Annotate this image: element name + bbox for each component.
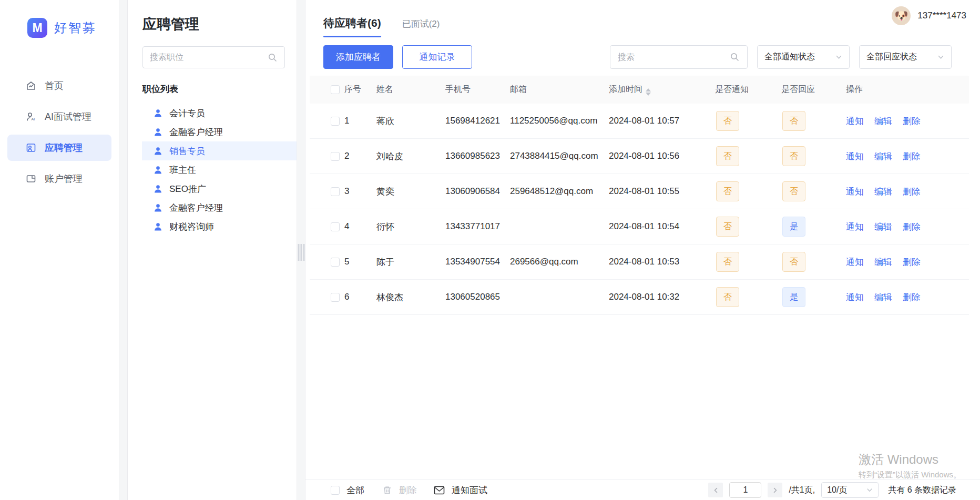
reply-status-value: 全部回应状态: [866, 52, 917, 63]
cell-email: 269566@qq.com: [510, 257, 609, 267]
user-box[interactable]: 🐶 137****1473: [892, 6, 966, 25]
user-phone: 137****1473: [917, 11, 966, 21]
row-actions: 通知 编辑 删除: [846, 150, 969, 162]
edit-link[interactable]: 编辑: [874, 291, 892, 303]
row-checkbox[interactable]: [331, 293, 340, 302]
job-item[interactable]: 财税咨询师: [142, 217, 297, 236]
sidebar-item-label: 账户管理: [45, 172, 83, 185]
row-checkbox[interactable]: [331, 117, 340, 126]
replied-badge: 是: [782, 217, 805, 237]
job-item-label: SEO推广: [169, 183, 206, 195]
edit-link[interactable]: 编辑: [874, 221, 892, 233]
notify-link[interactable]: 通知: [846, 150, 864, 162]
reply-status-select[interactable]: 全部回应状态: [859, 45, 952, 69]
cell-name: 衍怀: [376, 221, 445, 233]
sidebar-item-account[interactable]: 账户管理: [7, 166, 111, 192]
row-checkbox[interactable]: [331, 152, 340, 161]
tab-pending-candidates[interactable]: 待应聘者(6): [323, 16, 381, 30]
notify-status-select[interactable]: 全部通知状态: [757, 45, 850, 69]
sidebar-item-label: AI面试管理: [45, 110, 91, 123]
job-search-box[interactable]: [142, 46, 285, 68]
footer-select-all-checkbox[interactable]: [331, 486, 340, 495]
notified-badge: 否: [716, 287, 739, 307]
cell-name: 蒋欣: [376, 115, 445, 127]
replied-badge: 是: [782, 287, 805, 307]
notify-link[interactable]: 通知: [846, 115, 864, 127]
notify-link[interactable]: 通知: [846, 291, 864, 303]
notified-badge: 否: [716, 181, 739, 201]
candidate-table: 序号 姓名 手机号 邮箱 添加时间 是否通知 是否回应 操作 1 蒋欣: [310, 76, 969, 315]
bulk-delete-button[interactable]: 删除: [382, 484, 417, 496]
envelope-icon: [434, 486, 445, 495]
delete-link[interactable]: 删除: [903, 150, 921, 162]
next-page-button[interactable]: [768, 483, 782, 497]
cell-time: 2024-08-01 10:56: [609, 151, 715, 161]
sidebar-item-ai-interview[interactable]: AI AI面试管理: [7, 104, 111, 130]
delete-link[interactable]: 删除: [903, 186, 921, 198]
job-item[interactable]: 金融客户经理: [142, 123, 297, 141]
notify-interview-label: 通知面试: [452, 484, 487, 496]
cell-phone: 13433771017: [445, 221, 510, 232]
replied-badge: 否: [782, 111, 805, 131]
cell-time: 2024-08-01 10:55: [609, 186, 715, 197]
cell-no: 1: [344, 116, 376, 126]
job-item[interactable]: 金融客户经理: [142, 198, 297, 217]
candidate-search-input[interactable]: [618, 53, 730, 62]
table-row: 4 衍怀 13433771017 2024-08-01 10:54 否 是 通知…: [310, 209, 969, 244]
row-checkbox[interactable]: [331, 258, 340, 267]
row-checkbox[interactable]: [331, 187, 340, 196]
notify-link[interactable]: 通知: [846, 186, 864, 198]
edit-link[interactable]: 编辑: [874, 150, 892, 162]
person-icon: [154, 222, 162, 231]
trash-icon: [382, 485, 392, 495]
add-candidate-button[interactable]: 添加应聘者: [323, 45, 393, 69]
sidebar: M 好智募 首页 AI: [0, 0, 119, 500]
app-window: M 好智募 首页 AI: [0, 0, 980, 500]
sidebar-item-home[interactable]: 首页: [7, 73, 111, 99]
delete-link[interactable]: 删除: [903, 221, 921, 233]
column-header-replied: 是否回应: [781, 84, 846, 95]
sidebar-nav: 首页 AI AI面试管理: [0, 73, 119, 192]
tab-interviewed[interactable]: 已面试(2): [402, 18, 440, 30]
brand-name: 好智募: [54, 19, 97, 36]
edit-link[interactable]: 编辑: [874, 115, 892, 127]
panel-resize-handle[interactable]: [298, 244, 304, 261]
replied-badge: 否: [782, 252, 805, 272]
notify-link[interactable]: 通知: [846, 221, 864, 233]
page-size-select[interactable]: 10/页: [821, 482, 879, 498]
job-item[interactable]: SEO推广: [142, 179, 297, 198]
delete-link[interactable]: 删除: [903, 115, 921, 127]
sort-icon[interactable]: [646, 88, 651, 96]
edit-link[interactable]: 编辑: [874, 256, 892, 268]
select-all-checkbox[interactable]: [331, 85, 340, 94]
job-search-input[interactable]: [150, 53, 268, 62]
delete-link[interactable]: 删除: [903, 256, 921, 268]
column-header-time[interactable]: 添加时间: [609, 84, 715, 96]
person-icon: [154, 109, 162, 118]
cell-no: 4: [344, 221, 376, 232]
column-header-no: 序号: [344, 84, 376, 95]
cell-name: 陈于: [376, 256, 445, 268]
cell-email: 2743884415@qq.com: [510, 151, 609, 161]
chevron-down-icon: [937, 54, 944, 60]
avatar[interactable]: 🐶: [892, 6, 911, 25]
notify-link[interactable]: 通知: [846, 256, 864, 268]
page-number-input[interactable]: [729, 482, 761, 498]
prev-page-button[interactable]: [708, 483, 723, 497]
notify-record-button[interactable]: 通知记录: [402, 45, 472, 69]
candidate-search-box[interactable]: [610, 45, 748, 69]
job-item-label: 班主任: [169, 164, 196, 176]
delete-link[interactable]: 删除: [903, 291, 921, 303]
cell-time: 2024-08-01 10:53: [609, 257, 715, 267]
job-item[interactable]: 班主任: [142, 160, 297, 179]
edit-link[interactable]: 编辑: [874, 186, 892, 198]
notify-interview-button[interactable]: 通知面试: [434, 484, 487, 496]
row-actions: 通知 编辑 删除: [846, 256, 969, 268]
job-item-label: 财税咨询师: [169, 221, 214, 233]
sidebar-item-recruitment[interactable]: 应聘管理: [7, 135, 111, 161]
row-checkbox[interactable]: [331, 222, 340, 231]
bulk-delete-label: 删除: [399, 484, 417, 496]
cell-phone: 13060906584: [445, 186, 510, 197]
job-item[interactable]: 会计专员: [142, 104, 297, 123]
job-item-selected[interactable]: 销售专员: [142, 141, 297, 160]
